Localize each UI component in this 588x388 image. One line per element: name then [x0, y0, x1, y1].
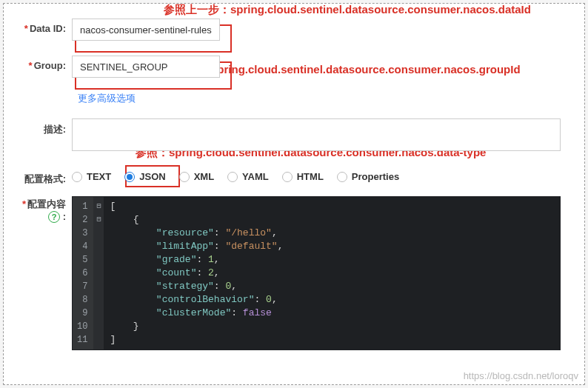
format-option-html[interactable]: HTML	[282, 171, 324, 182]
row-content: *配置内容 ? : 1234567891011 ⊟⊟ [ { "resource…	[19, 196, 569, 350]
row-format: 配置格式: TEXTJSONXMLYAMLHTMLProperties	[19, 168, 569, 186]
label-content: *配置内容 ? :	[19, 196, 72, 223]
format-option-json[interactable]: JSON	[124, 171, 165, 182]
help-icon[interactable]: ?	[48, 211, 60, 223]
radio-label: Properties	[352, 171, 399, 182]
radio-label: HTML	[297, 171, 324, 182]
description-input[interactable]	[72, 118, 561, 151]
group-input[interactable]	[72, 56, 220, 78]
format-option-xml[interactable]: XML	[179, 171, 214, 182]
row-desc: 描述:	[19, 118, 569, 153]
required-mark: *	[22, 198, 26, 210]
radio-circle	[124, 172, 135, 182]
editor-gutter: 1234567891011	[73, 197, 93, 349]
label-data-id: *Data ID:	[19, 19, 72, 34]
radio-circle	[72, 172, 82, 182]
label-group: *Group:	[19, 56, 72, 71]
required-mark: *	[29, 60, 33, 71]
radio-label: YAML	[242, 171, 269, 182]
watermark: https://blog.csdn.net/loroqv	[464, 370, 578, 381]
radio-label: JSON	[139, 171, 165, 182]
more-options-link[interactable]: 更多高级选项	[78, 92, 136, 105]
data-id-input[interactable]	[72, 19, 220, 41]
radio-circle	[179, 172, 190, 182]
radio-label: XML	[194, 171, 214, 182]
radio-circle	[227, 172, 238, 182]
format-radio-group: TEXTJSONXMLYAMLHTMLProperties	[72, 168, 569, 182]
row-group: *Group:	[19, 56, 569, 78]
format-option-properties[interactable]: Properties	[337, 171, 399, 182]
form-container: 参照上一步：spring.cloud.sentinel.datasource.c…	[3, 3, 585, 385]
format-option-yaml[interactable]: YAML	[227, 171, 269, 182]
required-mark: *	[24, 23, 28, 34]
label-desc: 描述:	[19, 118, 72, 136]
row-data-id: *Data ID:	[19, 19, 569, 41]
radio-label: TEXT	[87, 171, 111, 182]
format-option-text[interactable]: TEXT	[72, 171, 111, 182]
radio-circle	[337, 172, 347, 182]
code-editor[interactable]: 1234567891011 ⊟⊟ [ { "resource": "/hello…	[72, 196, 561, 350]
editor-fold-column: ⊟⊟	[93, 197, 104, 349]
radio-circle	[282, 172, 293, 182]
editor-code-area[interactable]: [ { "resource": "/hello", "limitApp": "d…	[104, 197, 560, 349]
label-format: 配置格式:	[19, 168, 72, 186]
